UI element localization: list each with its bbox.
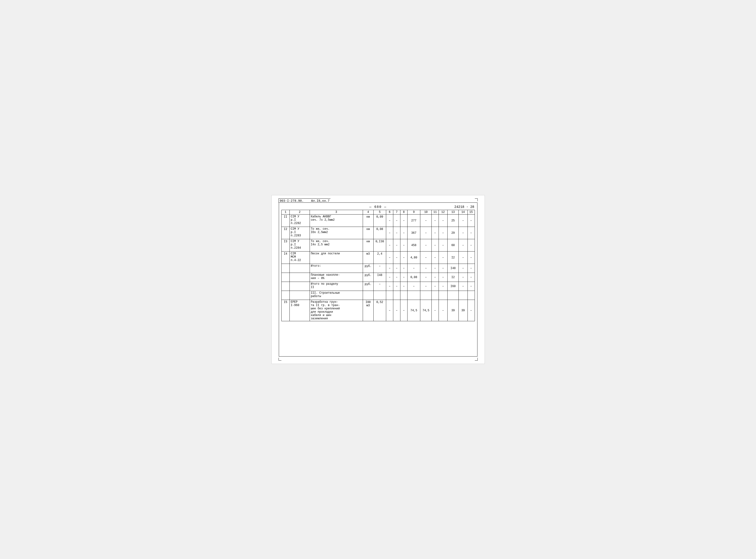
cell-row7-col1 [282, 291, 290, 300]
cell-row3-col4: м3 [363, 251, 373, 264]
cell-row1-col3: То же, сеч. IОх 2,5мм2 [310, 227, 363, 239]
cell-row6-col4: руб. [363, 282, 373, 291]
col-header-15: 15 [467, 210, 474, 215]
cell-row8-col13: 39 [447, 300, 459, 321]
cell-row1-col7: – [393, 227, 400, 239]
table-row: I4СIM МСМ п.4-22Песок для постелим32,4––… [282, 251, 474, 264]
cell-row2-col9: 458 [407, 239, 420, 251]
cell-row3-col15: – [467, 251, 474, 264]
cell-row3-col9: 4,80 [407, 251, 420, 264]
cell-row3-col10: – [420, 251, 431, 264]
cell-row6-col11: – [431, 282, 439, 291]
doc-number: 903-I-278.90. [280, 199, 304, 203]
cell-row0-col1: II [282, 215, 290, 227]
cell-row4-col3: Итого: [310, 264, 363, 273]
cell-row7-col11 [431, 291, 439, 300]
cell-row2-col2: СIM У р.I п.2284 [290, 239, 310, 251]
cell-row8-col6: – [386, 300, 393, 321]
cell-row3-col12: – [439, 251, 447, 264]
cell-row6-col14: – [459, 282, 467, 291]
cell-row2-col3: То же, сеч. I4х 2,5 мм2 [310, 239, 363, 251]
bottom-right-corner [475, 358, 478, 361]
cell-row2-col14: – [459, 239, 467, 251]
col-header-14: 14 [459, 210, 467, 215]
cell-row1-col15: – [467, 227, 474, 239]
cell-row3-col3: Песок для постели [310, 251, 363, 264]
bottom-left-corner [279, 358, 282, 361]
col-header-6: 6 [386, 210, 393, 215]
cell-row2-col1: I3 [282, 239, 290, 251]
cell-row2-col12: – [439, 239, 447, 251]
col-header-1: 1 [282, 210, 290, 215]
cell-row7-col12 [439, 291, 447, 300]
cell-row7-col8 [400, 291, 407, 300]
cell-row4-col2 [290, 264, 310, 273]
cell-row6-col9: – [407, 282, 420, 291]
cell-row7-col9 [407, 291, 420, 300]
cell-row3-col11: – [431, 251, 439, 264]
cell-row4-col15: – [467, 264, 474, 273]
cell-row6-col10: – [420, 282, 431, 291]
cell-row5-col6: – [386, 273, 393, 282]
table-row: III. Строительные работы [282, 291, 474, 300]
cell-row1-col12: – [439, 227, 447, 239]
cell-row2-col4: км [363, 239, 373, 251]
col-header-3: 3 [310, 210, 363, 215]
cell-row8-col8: – [400, 300, 407, 321]
page: 903-I-278.90. Ал.I8,кн.7 — 680 — 24218 -… [271, 195, 485, 364]
cell-row7-col10 [420, 291, 431, 300]
cell-row7-col6 [386, 291, 393, 300]
table-row: I3СIM У р.I п.2284То же, сеч. I4х 2,5 мм… [282, 239, 474, 251]
cell-row0-col2: СIM У р.I п.2282 [290, 215, 310, 227]
cell-row0-col7: – [393, 215, 400, 227]
cell-row4-col13: I48 [447, 264, 459, 273]
cell-row2-col15: – [467, 239, 474, 251]
cell-row8-col12: – [439, 300, 447, 321]
column-header-row: 1 2 3 4 5 6 7 8 9 10 11 12 13 14 15 [282, 210, 474, 215]
cell-row6-col1 [282, 282, 290, 291]
cell-row2-col13: 60 [447, 239, 459, 251]
table-row: I2СIM У р.I п.2283То же, сеч. IОх 2,5мм2… [282, 227, 474, 239]
header-row: — 680 — 24218 - 28 [282, 205, 475, 209]
cell-row0-col11: – [431, 215, 439, 227]
cell-row1-col4: км [363, 227, 373, 239]
cell-row3-col7: – [393, 251, 400, 264]
cell-row3-col13: I2 [447, 251, 459, 264]
table-row: Плановые накопле- ния – 8%руб.I48–––0,08… [282, 273, 474, 282]
cell-row8-col9: 74,5 [407, 300, 420, 321]
cell-row2-col5: 0,I30 [373, 239, 386, 251]
col-header-7: 7 [393, 210, 400, 215]
page-center-header: — 680 — [369, 205, 387, 209]
col-header-9: 9 [407, 210, 420, 215]
cell-row6-col12: – [439, 282, 447, 291]
cell-row8-col3: Разработка грун- та II гр. в тран- шее б… [310, 300, 363, 321]
cell-row7-col13 [447, 291, 459, 300]
cell-row5-col2 [290, 273, 310, 282]
cell-row4-col11: – [431, 264, 439, 273]
cell-row5-col5: I48 [373, 273, 386, 282]
cell-row6-col5: – [373, 282, 386, 291]
table-row: Итого:руб.––––––––I48–– [282, 264, 474, 273]
cell-row8-col11: – [431, 300, 439, 321]
cell-row5-col7: – [393, 273, 400, 282]
cell-row2-col7: – [393, 239, 400, 251]
cell-row1-col9: 367 [407, 227, 420, 239]
cell-row5-col8: – [400, 273, 407, 282]
cell-row1-col1: I2 [282, 227, 290, 239]
cell-row3-col1: I4 [282, 251, 290, 264]
col-header-13: 13 [447, 210, 459, 215]
page-right-header: 24218 - 28 [454, 205, 474, 209]
cell-row3-col6: – [386, 251, 393, 264]
cell-row4-col7: – [393, 264, 400, 273]
cell-row1-col5: 0,08 [373, 227, 386, 239]
cell-row2-col10: – [420, 239, 431, 251]
cell-row4-col5: – [373, 264, 386, 273]
cell-row6-col3: Итого по разделу II [310, 282, 363, 291]
cell-row3-col2: СIM МСМ п.4-22 [290, 251, 310, 264]
cell-row8-col14: 39 [459, 300, 467, 321]
cell-row5-col1 [282, 273, 290, 282]
cell-row6-col8: – [400, 282, 407, 291]
cell-row0-col5: 0,09 [373, 215, 386, 227]
cell-row8-col1: I5 [282, 300, 290, 321]
cell-row0-col13: 25 [447, 215, 459, 227]
